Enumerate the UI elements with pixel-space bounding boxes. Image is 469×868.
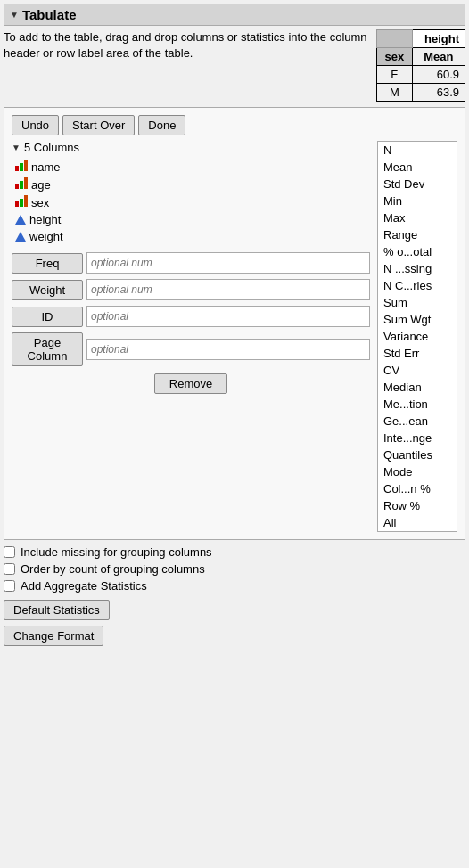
- list-item[interactable]: Sum: [378, 294, 457, 311]
- columns-section: ▼ 5 Columns name age sexheightweight: [12, 141, 457, 532]
- weight-field-row: Weight: [12, 279, 370, 300]
- page-column-input[interactable]: [86, 339, 370, 360]
- list-item[interactable]: Variance: [378, 328, 457, 345]
- page-column-button[interactable]: Page Column: [12, 332, 83, 366]
- column-name-label: sex: [31, 196, 49, 209]
- list-item[interactable]: name: [12, 158, 370, 176]
- list-item[interactable]: Std Dev: [378, 176, 457, 192]
- column-name-label: age: [31, 178, 51, 192]
- svg-rect-0: [15, 166, 19, 171]
- freq-field-row: Freq: [12, 252, 370, 274]
- list-item[interactable]: Range: [378, 226, 457, 243]
- freq-button[interactable]: Freq: [12, 253, 83, 274]
- list-item[interactable]: Max: [378, 209, 457, 226]
- column-name-label: height: [29, 213, 61, 226]
- svg-rect-1: [20, 163, 23, 171]
- list-item[interactable]: Median: [378, 379, 457, 396]
- column-name-label: weight: [29, 230, 63, 243]
- list-item[interactable]: N ...ssing: [378, 260, 457, 277]
- list-item[interactable]: Row %: [378, 497, 457, 514]
- id-input[interactable]: [86, 306, 370, 327]
- bar-chart-icon: [15, 177, 28, 192]
- weight-button[interactable]: Weight: [12, 280, 83, 300]
- svg-rect-8: [24, 195, 28, 207]
- add-aggregate-checkbox[interactable]: [4, 580, 15, 592]
- preview-table: height sexMeanF60.9M63.9: [376, 29, 465, 102]
- list-item[interactable]: N C...ries: [378, 277, 457, 294]
- svg-rect-3: [15, 184, 19, 189]
- columns-left: ▼ 5 Columns name age sexheightweight: [12, 141, 370, 532]
- main-container: ▼ Tabulate To add to the table, drag and…: [0, 0, 469, 651]
- id-field-row: ID: [12, 306, 370, 327]
- preview-row-value: 63.9: [412, 84, 465, 102]
- columns-header: ▼ 5 Columns: [12, 141, 370, 154]
- svg-rect-5: [24, 177, 28, 189]
- page-title: Tabulate: [22, 7, 77, 22]
- list-item[interactable]: Sum Wgt: [378, 311, 457, 328]
- fields-section: Freq Weight ID Page Column: [12, 252, 370, 394]
- change-format-button[interactable]: Change Format: [4, 626, 103, 646]
- list-item[interactable]: Col...n %: [378, 480, 457, 497]
- undo-button[interactable]: Undo: [12, 115, 59, 135]
- checkboxes-section: Include missing for grouping columns Ord…: [4, 545, 465, 648]
- columns-count-label: 5 Columns: [24, 141, 79, 154]
- list-item[interactable]: Min: [378, 192, 457, 209]
- preview-row-value: 60.9: [412, 66, 465, 84]
- list-item[interactable]: Std Err: [378, 345, 457, 362]
- add-aggregate-label: Add Aggregate Statistics: [21, 579, 147, 593]
- remove-button[interactable]: Remove: [154, 373, 227, 394]
- svg-rect-2: [24, 160, 28, 171]
- preview-row-label: M: [377, 84, 413, 102]
- list-item[interactable]: height: [12, 211, 370, 228]
- svg-rect-6: [15, 201, 19, 207]
- bar-chart-icon: [15, 160, 28, 174]
- bar-chart-icon: [15, 195, 28, 209]
- order-by-count-label: Order by count of grouping columns: [21, 562, 205, 576]
- list-item[interactable]: Mean: [378, 159, 457, 176]
- toolbar: Undo Start Over Done: [12, 115, 457, 135]
- column-list: name age sexheightweight: [12, 158, 370, 245]
- main-panel: Undo Start Over Done ▼ 5 Columns name: [4, 107, 465, 540]
- list-item[interactable]: CV: [378, 362, 457, 379]
- list-item[interactable]: Inte...nge: [378, 430, 457, 446]
- include-missing-checkbox[interactable]: [4, 546, 15, 558]
- list-item[interactable]: Mode: [378, 463, 457, 480]
- start-over-button[interactable]: Start Over: [62, 115, 135, 135]
- preview-row-value: Mean: [412, 48, 465, 66]
- svg-rect-7: [20, 199, 23, 207]
- title-bar: ▼ Tabulate: [4, 4, 465, 26]
- list-item[interactable]: weight: [12, 228, 370, 245]
- triangle-icon: [15, 232, 26, 242]
- list-item[interactable]: sex: [12, 193, 370, 211]
- list-item[interactable]: age: [12, 176, 370, 193]
- order-by-count-row: Order by count of grouping columns: [4, 562, 465, 576]
- list-item[interactable]: Quantiles: [378, 446, 457, 463]
- include-missing-label: Include missing for grouping columns: [21, 545, 212, 559]
- list-item[interactable]: Ge...ean: [378, 413, 457, 430]
- page-column-field-row: Page Column: [12, 332, 370, 366]
- id-button[interactable]: ID: [12, 307, 83, 327]
- top-section: To add to the table, drag and drop colum…: [4, 29, 465, 102]
- order-by-count-checkbox[interactable]: [4, 563, 15, 575]
- preview-col-header: height: [412, 30, 465, 48]
- svg-rect-4: [20, 181, 23, 189]
- triangle-icon: [15, 215, 26, 225]
- done-button[interactable]: Done: [138, 115, 185, 135]
- collapse-arrow-icon[interactable]: ▼: [10, 10, 19, 20]
- preview-row-label: F: [377, 66, 413, 84]
- columns-collapse-icon[interactable]: ▼: [12, 143, 21, 152]
- weight-input[interactable]: [86, 279, 370, 300]
- include-missing-row: Include missing for grouping columns: [4, 545, 465, 559]
- list-item[interactable]: % o...otal: [378, 243, 457, 260]
- list-item[interactable]: Me...tion: [378, 396, 457, 413]
- freq-input[interactable]: [86, 252, 370, 274]
- statistics-list: NMeanStd DevMinMaxRange% o...otalN ...ss…: [377, 141, 457, 532]
- preview-empty-header: [377, 30, 413, 48]
- description-text: To add to the table, drag and drop colum…: [4, 29, 369, 102]
- list-item[interactable]: All: [378, 514, 457, 531]
- add-aggregate-row: Add Aggregate Statistics: [4, 579, 465, 593]
- action-buttons: Default Statistics Change Format: [4, 596, 465, 648]
- list-item[interactable]: N: [378, 142, 457, 159]
- column-name-label: name: [31, 160, 61, 174]
- default-statistics-button[interactable]: Default Statistics: [4, 600, 110, 620]
